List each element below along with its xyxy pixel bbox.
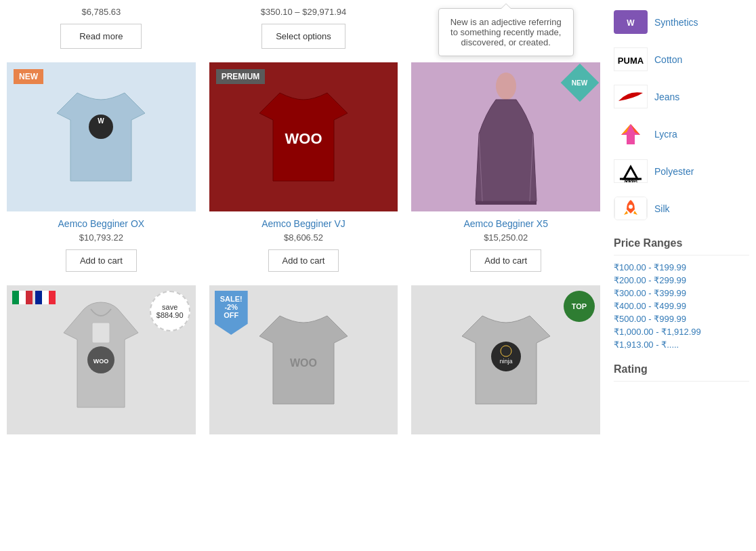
save-label: save xyxy=(162,303,177,311)
product-image-2: PREMIUM WOO xyxy=(209,62,398,211)
brand-logo-rocket xyxy=(614,197,648,220)
brand-list: W Synthetics PUMA Cotton xyxy=(614,7,749,224)
price-range-3[interactable]: ₹400.00 - ₹499.99 xyxy=(614,301,749,311)
brand-item-synthetics: W Synthetics xyxy=(614,7,749,37)
badge-save-4: save $884.90 xyxy=(150,291,190,331)
product-card-1: NEW W Aemco Begginer OX $10,793.22 Add t… xyxy=(7,62,196,272)
tshirt-svg-2: WOO xyxy=(253,79,354,195)
brand-logo-woo: W xyxy=(614,10,648,34)
flag-italy xyxy=(12,291,33,304)
svg-text:W: W xyxy=(627,18,635,28)
brand-item-lycra: Lycra xyxy=(614,119,749,149)
product-name-2[interactable]: Aemco Begginer VJ xyxy=(209,218,398,229)
svg-text:PUMA: PUMA xyxy=(618,56,644,66)
price-ranges-list: ₹100.00 - ₹199.99 ₹200.00 - ₹299.99 ₹300… xyxy=(614,262,749,350)
badge-new-diamond-text-3: NEW xyxy=(572,79,587,87)
badge-sale-5: SALE! -2% OFF xyxy=(215,291,248,335)
svg-point-28 xyxy=(629,205,633,209)
sidebar: W Synthetics PUMA Cotton xyxy=(614,7,749,455)
main-content: $6,785.63 Read more $350.10 – $29,971.94… xyxy=(7,7,614,455)
page-wrapper: $6,785.63 Read more $350.10 – $29,971.94… xyxy=(0,0,756,462)
product-name-3[interactable]: Aemco Begginer X5 xyxy=(411,218,600,229)
price-range-1[interactable]: ₹200.00 - ₹299.99 xyxy=(614,275,749,285)
svg-point-2 xyxy=(98,130,104,137)
price-range-0[interactable]: ₹100.00 - ₹199.99 xyxy=(614,262,749,272)
product-name-1[interactable]: Aemco Begginer OX xyxy=(7,218,196,229)
product-price-1: $10,793.22 xyxy=(7,232,196,243)
brand-logo-fox xyxy=(614,122,648,146)
nike-svg xyxy=(614,86,647,108)
brand-item-silk: Silk xyxy=(614,193,749,224)
brand-name-polyester[interactable]: Polyester xyxy=(654,166,694,177)
brand-name-silk[interactable]: Silk xyxy=(654,203,670,214)
brand-item-cotton: PUMA Cotton xyxy=(614,44,749,75)
badge-flags-4 xyxy=(12,291,56,304)
product-image-5: SALE! -2% OFF WOO xyxy=(209,285,398,434)
select-options-button-1[interactable]: Select options xyxy=(261,24,345,49)
svg-rect-5 xyxy=(476,201,537,205)
brand-name-synthetics[interactable]: Synthetics xyxy=(654,17,698,28)
product-image-3: NEW New is an adjective referring to som… xyxy=(411,62,600,211)
rocket-svg xyxy=(614,197,647,220)
price-range-2[interactable]: ₹300.00 - ₹399.99 xyxy=(614,288,749,298)
top-price-1: $6,785.63 xyxy=(7,7,196,17)
puma-svg: PUMA xyxy=(614,49,647,70)
save-amount: $884.90 xyxy=(156,311,184,319)
svg-text:WOO: WOO xyxy=(290,357,317,369)
price-range-5[interactable]: ₹1,000.00 - ₹1,912.99 xyxy=(614,327,749,337)
sale-label: SALE! xyxy=(220,295,243,303)
svg-text:WOO: WOO xyxy=(285,130,322,147)
brand-item-polyester: adidas Polyester xyxy=(614,156,749,186)
product-card-6: TOP ninja xyxy=(411,285,600,441)
add-to-cart-button-2[interactable]: Add to cart xyxy=(268,249,339,272)
woo-icon: W xyxy=(614,10,648,34)
svg-text:W: W xyxy=(98,117,105,125)
svg-text:adidas: adidas xyxy=(624,179,637,184)
top-item-2: $350.10 – $29,971.94 Select options xyxy=(209,7,398,49)
product-card-2: PREMIUM WOO Aemco Begginer VJ $8,606.52 … xyxy=(209,62,398,272)
badge-top-6: TOP xyxy=(564,291,595,322)
product-image-6: TOP ninja xyxy=(411,285,600,434)
product-card-4: save $884.90 WOO xyxy=(7,285,196,441)
add-to-cart-button-3[interactable]: Add to cart xyxy=(470,249,541,272)
svg-rect-8 xyxy=(92,323,110,343)
price-range-4[interactable]: ₹500.00 - ₹999.99 xyxy=(614,314,749,324)
svg-text:ninja: ninja xyxy=(499,358,512,365)
fox-svg xyxy=(614,122,647,146)
product-image-4: save $884.90 WOO xyxy=(7,285,196,434)
top-price-2: $350.10 – $29,971.94 xyxy=(209,7,398,17)
hoodie-svg-4: WOO xyxy=(50,299,152,421)
svg-point-4 xyxy=(496,73,516,100)
product-price-3: $15,250.02 xyxy=(411,232,600,243)
top-item-1: $6,785.63 Read more xyxy=(7,7,196,49)
tooltip-text-3: New is an adjective referring to somethi… xyxy=(450,17,562,47)
brand-name-cotton[interactable]: Cotton xyxy=(654,54,682,65)
tshirt-svg-5: WOO xyxy=(253,302,354,417)
product-grid-row2: save $884.90 WOO SALE! xyxy=(7,285,600,441)
adidas-svg: adidas xyxy=(614,159,647,183)
price-ranges-title: Price Ranges xyxy=(614,237,749,256)
badge-premium-2: PREMIUM xyxy=(216,69,266,84)
product-grid-row1: NEW W Aemco Begginer OX $10,793.22 Add t… xyxy=(7,62,600,272)
tooltip-3: New is an adjective referring to somethi… xyxy=(438,8,574,56)
product-price-2: $8,606.52 xyxy=(209,232,398,243)
read-more-button[interactable]: Read more xyxy=(60,24,142,49)
badge-new-1: NEW xyxy=(14,69,43,84)
sale-percent: -2% xyxy=(224,303,238,311)
flag-france xyxy=(35,291,56,304)
brand-logo-puma: PUMA xyxy=(614,47,648,71)
rating-title: Rating xyxy=(614,363,749,382)
tshirt-svg-1: W xyxy=(50,79,152,195)
tshirt-svg-6: ninja xyxy=(455,302,557,417)
dress-svg-3 xyxy=(465,66,547,208)
brand-logo-adidas: adidas xyxy=(614,159,648,183)
sale-off: OFF xyxy=(224,311,238,319)
svg-text:WOO: WOO xyxy=(93,358,109,365)
add-to-cart-button-1[interactable]: Add to cart xyxy=(66,249,137,272)
brand-logo-nike xyxy=(614,85,648,108)
price-range-6[interactable]: ₹1,913.00 - ₹..... xyxy=(614,340,749,350)
product-card-3: NEW New is an adjective referring to som… xyxy=(411,62,600,272)
woo-svg: W xyxy=(621,15,641,30)
brand-name-jeans[interactable]: Jeans xyxy=(654,91,679,102)
brand-name-lycra[interactable]: Lycra xyxy=(654,129,677,140)
